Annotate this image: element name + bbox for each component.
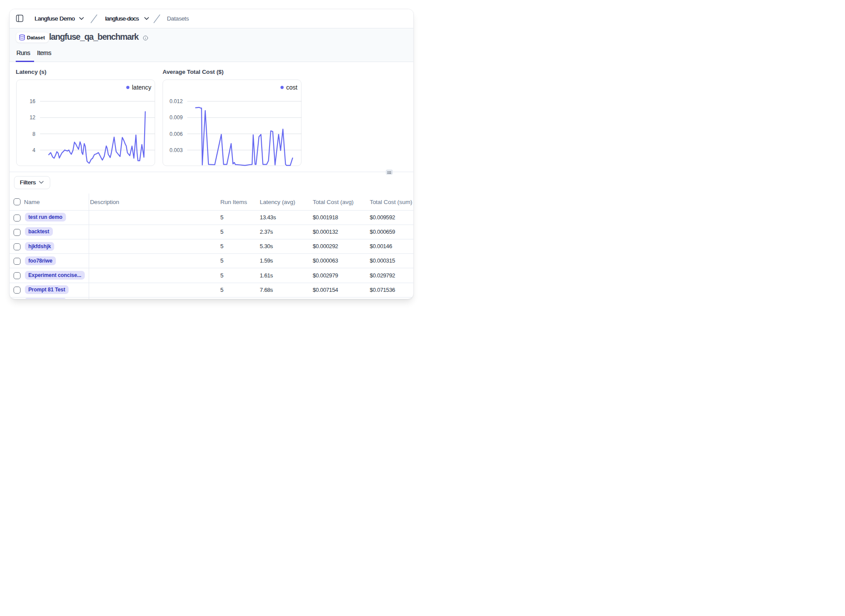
svg-text:8: 8 — [32, 131, 35, 137]
svg-text:16: 16 — [30, 98, 36, 104]
svg-text:latency: latency — [132, 84, 151, 91]
svg-text:cost: cost — [286, 84, 298, 91]
svg-text:12: 12 — [30, 114, 36, 121]
svg-text:0.009: 0.009 — [170, 114, 183, 121]
svg-text:0.003: 0.003 — [170, 147, 183, 153]
svg-text:0.012: 0.012 — [170, 98, 183, 104]
svg-text:0.006: 0.006 — [170, 131, 183, 137]
svg-text:4: 4 — [32, 147, 35, 153]
